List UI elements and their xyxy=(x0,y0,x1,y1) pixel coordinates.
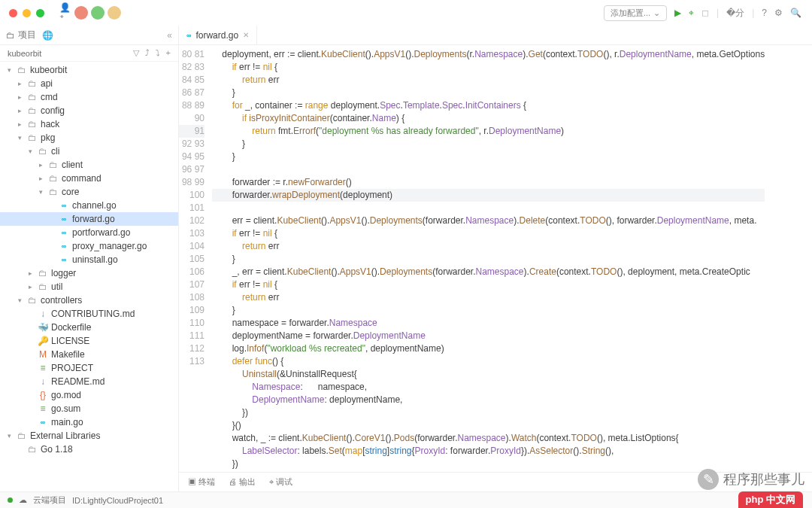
tree-node[interactable]: ▾🗀cli xyxy=(0,144,178,158)
output-tab[interactable]: 🖨 输出 xyxy=(229,476,256,488)
run-config-label: 添加配置... xyxy=(611,8,650,19)
collaborators: 👤⁺ xyxy=(59,6,121,20)
project-tab-label: 项目 xyxy=(18,29,36,41)
tree-node[interactable]: ∞portforward.go xyxy=(0,226,178,239)
tree-node[interactable]: ▾🗀controllers xyxy=(0,294,178,307)
tree-node[interactable]: MMakefile xyxy=(0,348,178,361)
code-lines[interactable]: deployment, err := client.KubeClient().A… xyxy=(212,45,765,472)
search-icon[interactable]: 🔍 xyxy=(790,8,801,18)
titlebar: 👤⁺ 添加配置... ⌄ ▶ ⌖ ◻ | �分 | ? ⚙ 🔍 xyxy=(0,0,812,26)
tree-node[interactable]: ▸🗀util xyxy=(0,280,178,294)
tree-node[interactable]: 🐳Dockerfile xyxy=(0,321,178,334)
add-user-icon[interactable]: 👤⁺ xyxy=(59,7,71,19)
download-icon[interactable]: ⤵ xyxy=(156,48,160,58)
project-id: ID:LightlyCloudProject01 xyxy=(72,496,163,505)
cloud-icon: ☁ xyxy=(19,495,27,505)
project-sidebar: 🗀 项目 🌐 « kubeorbit ▽ ⤴ ⤵ + ▾🗀kubeorbit▸🗀… xyxy=(0,26,179,491)
folder-icon: 🗀 xyxy=(6,30,15,41)
settings-icon[interactable]: ⚙ xyxy=(774,8,783,18)
globe-icon[interactable]: 🌐 xyxy=(42,30,53,41)
debug-button[interactable]: ⌖ xyxy=(689,8,694,18)
tree-node[interactable]: ▸🗀config xyxy=(0,104,178,117)
collapse-icon[interactable]: « xyxy=(167,30,172,41)
tree-node[interactable]: ▸🗀hack xyxy=(0,117,178,131)
wechat-icon: ✎ xyxy=(698,469,719,490)
file-tree[interactable]: ▾🗀kubeorbit▸🗀api▸🗀cmd▸🗀config▸🗀hack▾🗀pkg… xyxy=(0,62,178,456)
tree-node[interactable]: ▸🗀cmd xyxy=(0,90,178,104)
tree-node[interactable]: ∞uninstall.go xyxy=(0,253,178,266)
status-bar: ☁ 云端项目 ID:LightlyCloudProject01 xyxy=(0,491,812,508)
project-tab[interactable]: 🗀 项目 xyxy=(6,29,36,41)
window-controls xyxy=(0,2,53,25)
avatar[interactable] xyxy=(74,6,88,20)
tab-forward-go[interactable]: ∞ forward.go ✕ xyxy=(179,26,257,44)
tree-node[interactable]: ▸🗀logger xyxy=(0,266,178,280)
add-icon[interactable]: + xyxy=(166,48,171,58)
close-tab-icon[interactable]: ✕ xyxy=(243,31,249,39)
terminal-tab[interactable]: ▣ 终端 xyxy=(188,476,215,488)
tree-node[interactable]: ▸🗀client xyxy=(0,158,178,172)
tree-node[interactable]: ▾🗀pkg xyxy=(0,131,178,144)
code-editor[interactable]: 80 81 82 83 84 85 86 87 88 89 90 91 92 9… xyxy=(179,45,812,472)
tree-node[interactable]: ≡go.sum xyxy=(0,402,178,415)
tree-node[interactable]: ▾🗀core xyxy=(0,185,178,199)
tree-node[interactable]: ↓CONTRIBUTING.md xyxy=(0,307,178,321)
go-file-icon: ∞ xyxy=(186,32,191,39)
tree-node[interactable]: ∞forward.go xyxy=(0,212,178,226)
breadcrumb: kubeorbit xyxy=(8,49,41,58)
tree-node[interactable]: ∞proxy_manager.go xyxy=(0,239,178,253)
watermark-text: 程序那些事儿 xyxy=(723,470,804,488)
run-config-selector[interactable]: 添加配置... ⌄ xyxy=(604,5,667,21)
tree-node[interactable]: ▸🗀api xyxy=(0,77,178,90)
tab-label: forward.go xyxy=(195,30,238,41)
zoom-window[interactable] xyxy=(36,9,44,17)
avatar[interactable] xyxy=(91,6,105,20)
watermark: ✎ 程序那些事儿 xyxy=(698,469,804,490)
minimize-window[interactable] xyxy=(23,9,31,17)
tree-node[interactable]: ∞main.go xyxy=(0,415,178,429)
cloud-label: 云端项目 xyxy=(33,494,66,506)
tree-node[interactable]: ▾🗀External Libraries xyxy=(0,429,178,443)
line-gutter: 80 81 82 83 84 85 86 87 88 89 90 91 92 9… xyxy=(179,45,212,472)
tree-node[interactable]: {}go.mod xyxy=(0,388,178,402)
help-icon[interactable]: ? xyxy=(762,8,767,18)
tree-node[interactable]: 🔑LICENSE xyxy=(0,334,178,348)
chevron-down-icon: ⌄ xyxy=(653,8,660,18)
status-indicator xyxy=(8,497,13,503)
tree-node[interactable]: ▾🗀kubeorbit xyxy=(0,63,178,77)
run-button[interactable]: ▶ xyxy=(674,8,681,18)
stop-button[interactable]: ◻ xyxy=(701,8,709,18)
tree-node[interactable]: ≡PROJECT xyxy=(0,361,178,375)
tree-node[interactable]: ▸🗀command xyxy=(0,172,178,185)
upload-icon[interactable]: ⤴ xyxy=(145,48,150,58)
tree-node[interactable]: ↓README.md xyxy=(0,375,178,388)
share-icon[interactable]: �分 xyxy=(726,7,744,20)
debug-tab[interactable]: ⌖ 调试 xyxy=(269,476,292,488)
tree-node[interactable]: 🗀Go 1.18 xyxy=(0,443,178,456)
avatar[interactable] xyxy=(108,6,121,20)
filter-icon[interactable]: ▽ xyxy=(133,48,139,58)
tree-node[interactable]: ∞channel.go xyxy=(0,199,178,212)
editor-tabs: ∞ forward.go ✕ xyxy=(179,26,812,45)
close-window[interactable] xyxy=(9,9,17,17)
php-badge: php 中文网 xyxy=(738,491,803,508)
